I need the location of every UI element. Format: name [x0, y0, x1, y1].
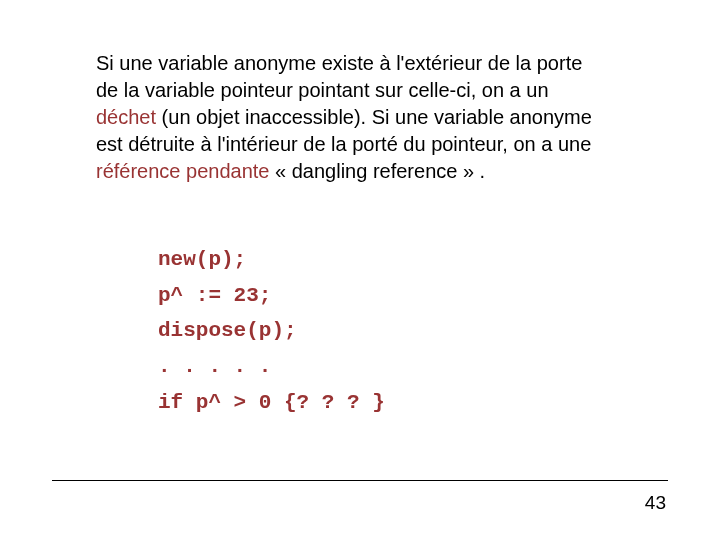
term-reference-pendante: référence pendante [96, 160, 269, 182]
divider [52, 480, 668, 481]
slide: Si une variable anonyme existe à l'extér… [0, 0, 720, 540]
code-line: dispose(p); [158, 319, 297, 342]
text-run: « dangling reference » . [269, 160, 485, 182]
code-line: new(p); [158, 248, 246, 271]
page-number: 43 [645, 492, 666, 514]
term-dechet: déchet [96, 106, 156, 128]
code-block: new(p); p^ := 23; dispose(p); . . . . . … [158, 242, 385, 420]
code-line: p^ := 23; [158, 284, 271, 307]
code-line: if p^ > 0 {? ? ? } [158, 391, 385, 414]
text-run: (un objet inaccessible). Si une variable… [96, 106, 592, 155]
body-paragraph: Si une variable anonyme existe à l'extér… [96, 50, 606, 185]
text-run: Si une variable anonyme existe à l'extér… [96, 52, 582, 101]
code-line: . . . . . [158, 355, 271, 378]
